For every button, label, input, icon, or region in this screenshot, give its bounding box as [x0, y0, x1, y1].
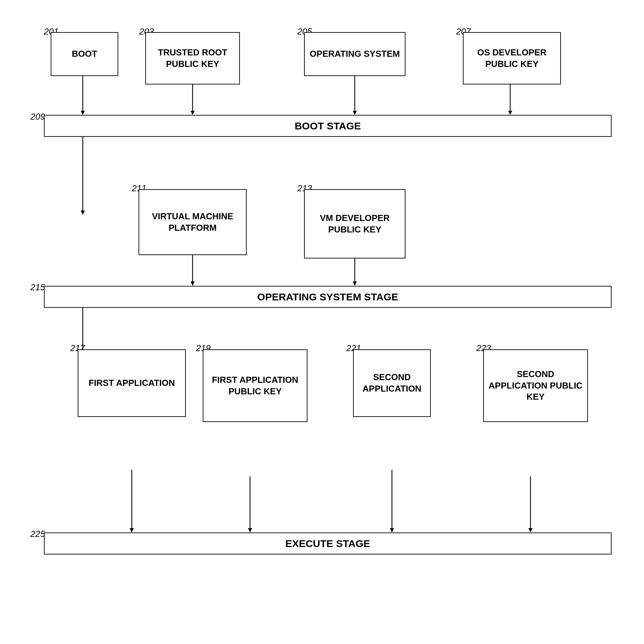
- diagram-container: 201 BOOT 203 TRUSTED ROOT PUBLIC KEY 205…: [20, 14, 622, 628]
- trusted-root-pk-box: TRUSTED ROOT PUBLIC KEY: [145, 32, 240, 84]
- vm-platform-box: VIRTUAL MACHINE PLATFORM: [139, 189, 247, 255]
- vm-dev-pk-box: VM DEVELOPER PUBLIC KEY: [304, 189, 405, 258]
- boot-stage-bar: BOOT STAGE: [44, 115, 612, 137]
- boot-box: BOOT: [51, 32, 118, 76]
- svg-marker-9: [81, 210, 85, 215]
- os-dev-pk-box: OS DEVELOPER PUBLIC KEY: [463, 32, 561, 84]
- second-app-box: SECOND APPLICATION: [353, 349, 431, 417]
- first-app-box: FIRST APPLICATION: [78, 349, 186, 417]
- svg-marker-5: [353, 111, 357, 115]
- svg-marker-11: [191, 281, 195, 286]
- ref-209: 209: [30, 112, 45, 122]
- second-app-pk-box: SECOND APPLICATION PUBLIC KEY: [483, 349, 588, 422]
- svg-marker-19: [248, 528, 252, 532]
- svg-marker-7: [508, 111, 512, 115]
- first-app-pk-box: FIRST APPLICATION PUBLIC KEY: [203, 349, 307, 422]
- svg-marker-1: [81, 111, 85, 115]
- svg-marker-23: [528, 528, 532, 532]
- ref-225: 225: [30, 529, 45, 539]
- svg-marker-21: [390, 528, 394, 532]
- operating-system-box: OPERATING SYSTEM: [304, 32, 405, 76]
- os-stage-bar: OPERATING SYSTEM STAGE: [44, 286, 612, 308]
- execute-stage-bar: EXECUTE STAGE: [44, 532, 612, 554]
- svg-marker-17: [130, 528, 134, 532]
- svg-marker-13: [353, 281, 357, 286]
- svg-marker-3: [191, 111, 195, 115]
- ref-215: 215: [30, 282, 45, 293]
